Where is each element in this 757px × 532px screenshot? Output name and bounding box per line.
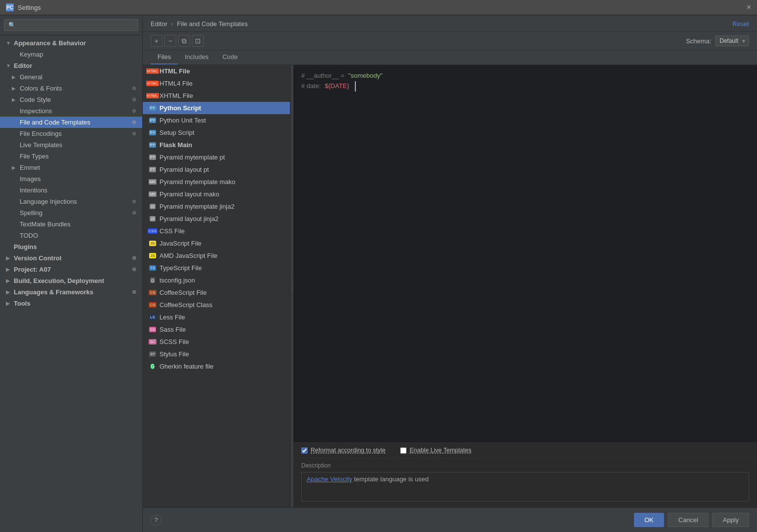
close-button[interactable]: × xyxy=(747,3,751,12)
file-item-pyramid-layout-jinja2[interactable]: J2 Pyramid layout jinja2 xyxy=(143,213,290,225)
sidebar-item-intentions[interactable]: Intentions xyxy=(0,185,142,196)
file-list: HTML HTML File HTML HTML4 File HTML XHTM… xyxy=(143,65,290,507)
file-item-pyramid-mytemplate-mako[interactable]: MK Pyramid mytemplate mako xyxy=(143,176,290,188)
tab-code[interactable]: Code xyxy=(216,50,245,64)
ts-file-icon: TS xyxy=(149,265,157,272)
sidebar-item-editor[interactable]: ▼ Editor xyxy=(0,60,142,71)
file-item-label: HTML File xyxy=(159,67,190,75)
sidebar-item-file-encodings[interactable]: File Encodings ⚙ xyxy=(0,128,142,139)
ok-button[interactable]: OK xyxy=(634,513,664,527)
expand-icon: ▶ xyxy=(12,165,17,170)
sidebar-item-label: Tools xyxy=(14,300,31,307)
file-item-setup-script[interactable]: PY Setup Script xyxy=(143,126,290,139)
add-button[interactable]: + xyxy=(151,35,162,47)
file-item-typescript-file[interactable]: TS TypeScript File xyxy=(143,262,290,274)
amd-js-file-icon: JS xyxy=(149,252,157,259)
html4-file-icon: HTML xyxy=(149,80,157,87)
js-file-icon: JS xyxy=(149,240,157,247)
file-item-label: AMD JavaScript File xyxy=(159,252,218,259)
tab-files[interactable]: Files xyxy=(151,50,178,64)
file-item-label: Python Unit Test xyxy=(159,117,206,124)
toolbar-buttons: + − ⧉ ⊡ xyxy=(151,35,204,47)
schema-area: Schema: Default ▼ xyxy=(686,35,749,46)
sidebar-item-plugins[interactable]: Plugins xyxy=(0,241,142,252)
file-item-gherkin-feature-file[interactable]: G Gherkin feature file xyxy=(143,360,290,373)
sidebar-item-spelling[interactable]: Spelling ⚙ xyxy=(0,207,142,219)
file-item-coffeescript-file[interactable]: CS CoffeeScript File xyxy=(143,286,290,299)
sidebar-item-general[interactable]: ▶ General xyxy=(0,71,142,83)
python-file-icon: PY xyxy=(149,105,157,112)
sidebar-item-project-a07[interactable]: ▶ Project: A07 ⚙ xyxy=(0,264,142,275)
reset-button[interactable]: Reset xyxy=(732,20,749,28)
sidebar-item-label: Project: A07 xyxy=(14,266,51,273)
sidebar-item-keymap[interactable]: Keymap xyxy=(0,49,142,60)
expand-icon: ▶ xyxy=(6,289,11,295)
sidebar-item-tools[interactable]: ▶ Tools xyxy=(0,298,142,309)
sidebar-item-inspections[interactable]: Inspections ⚙ xyxy=(0,105,142,117)
sidebar-item-code-style[interactable]: ▶ Code Style ⚙ xyxy=(0,94,142,105)
file-item-pyramid-layout-pt[interactable]: PT Pyramid layout pt xyxy=(143,163,290,176)
file-item-less-file[interactable]: LS Less File xyxy=(143,311,290,323)
file-item-css-file[interactable]: CSS CSS File xyxy=(143,225,290,237)
sidebar-item-file-and-code-templates[interactable]: File and Code Templates ⚙ xyxy=(0,117,142,128)
copy-button[interactable]: ⧉ xyxy=(178,35,190,47)
sidebar-item-images[interactable]: Images xyxy=(0,173,142,185)
file-item-pyramid-mytemplate-pt[interactable]: PT Pyramid mytemplate pt xyxy=(143,151,290,163)
live-templates-checkbox-item[interactable]: Enable Live Templates xyxy=(400,447,472,454)
cancel-button[interactable]: Cancel xyxy=(668,513,708,527)
file-item-javascript-file[interactable]: JS JavaScript File xyxy=(143,237,290,250)
sidebar-item-build-execution[interactable]: ▶ Build, Execution, Deployment xyxy=(0,275,142,286)
file-item-label: Pyramid mytemplate jinja2 xyxy=(159,203,234,210)
apache-velocity-link[interactable]: Apache Velocity xyxy=(307,475,352,483)
file-item-pyramid-layout-mako[interactable]: MK Pyramid layout mako xyxy=(143,188,290,200)
expand-icon: ▶ xyxy=(6,255,11,261)
file-item-amd-javascript-file[interactable]: JS AMD JavaScript File xyxy=(143,250,290,262)
sidebar-item-label: File Encodings xyxy=(20,130,62,137)
content-area: Editor › File and Code Templates Reset +… xyxy=(143,15,757,532)
file-item-stylus-file[interactable]: ST Stylus File xyxy=(143,348,290,360)
expand-icon: ▶ xyxy=(6,301,11,306)
code-string: "somebody" xyxy=(348,71,382,81)
sidebar-item-file-types[interactable]: File Types xyxy=(0,151,142,162)
sidebar-item-colors-fonts[interactable]: ▶ Colors & Fonts ⚙ xyxy=(0,83,142,94)
file-item-html[interactable]: HTML HTML File xyxy=(143,65,290,77)
sidebar-item-version-control[interactable]: ▶ Version Control ⚙ xyxy=(0,252,142,264)
file-item-flask-main[interactable]: PY Flask Main xyxy=(143,139,290,151)
expand-icon: ▼ xyxy=(6,40,11,46)
sidebar-item-languages-frameworks[interactable]: ▶ Languages & Frameworks ⚙ xyxy=(0,286,142,298)
sidebar-item-emmet[interactable]: ▶ Emmet xyxy=(0,162,142,173)
file-item-pyramid-mytemplate-jinja2[interactable]: J2 Pyramid mytemplate jinja2 xyxy=(143,200,290,213)
scss-file-icon: SC xyxy=(149,339,157,345)
sidebar-item-appearance[interactable]: ▼ Appearance & Behavior xyxy=(0,37,142,49)
remove-button[interactable]: − xyxy=(164,35,176,47)
live-templates-checkbox[interactable] xyxy=(400,447,407,454)
sidebar-item-label: Language Injections xyxy=(20,198,77,205)
tab-includes[interactable]: Includes xyxy=(178,50,215,64)
title-bar: PC Settings × xyxy=(0,0,757,15)
file-item-python-script[interactable]: PY Python Script xyxy=(143,102,290,114)
move-button[interactable]: ⊡ xyxy=(192,35,204,47)
expand-icon: ▼ xyxy=(6,63,11,68)
file-item-coffeescript-class[interactable]: CS CoffeeScript Class xyxy=(143,299,290,311)
sidebar-item-live-templates[interactable]: Live Templates xyxy=(0,139,142,151)
json-file-icon: {} xyxy=(149,277,157,284)
sidebar-item-todo[interactable]: TODO xyxy=(0,230,142,241)
sidebar-item-textmate-bundles[interactable]: TextMate Bundles xyxy=(0,219,142,230)
reformat-checkbox-item[interactable]: Reformat according to style xyxy=(301,447,385,454)
apply-button[interactable]: Apply xyxy=(712,513,749,527)
help-button[interactable]: ? xyxy=(151,515,161,526)
schema-select[interactable]: Default xyxy=(715,35,749,46)
file-item-html4[interactable]: HTML HTML4 File xyxy=(143,77,290,90)
reformat-checkbox[interactable] xyxy=(301,447,308,454)
file-item-tsconfig-json[interactable]: {} tsconfig.json xyxy=(143,274,290,286)
sidebar-item-language-injections[interactable]: Language Injections ⚙ xyxy=(0,196,142,207)
setup-icon: PY xyxy=(149,129,157,136)
file-item-sass-file[interactable]: SS Sass File xyxy=(143,323,290,336)
file-item-scss-file[interactable]: SC SCSS File xyxy=(143,336,290,348)
file-item-python-unit-test[interactable]: PY Python Unit Test xyxy=(143,114,290,126)
search-input[interactable] xyxy=(4,19,138,31)
code-editor[interactable]: # __author__ = "somebody" # date: ${DATE… xyxy=(293,65,757,442)
description-label: Description xyxy=(301,462,749,469)
file-item-xhtml[interactable]: HTML XHTML File xyxy=(143,90,290,102)
file-item-label: Sass File xyxy=(159,326,186,333)
